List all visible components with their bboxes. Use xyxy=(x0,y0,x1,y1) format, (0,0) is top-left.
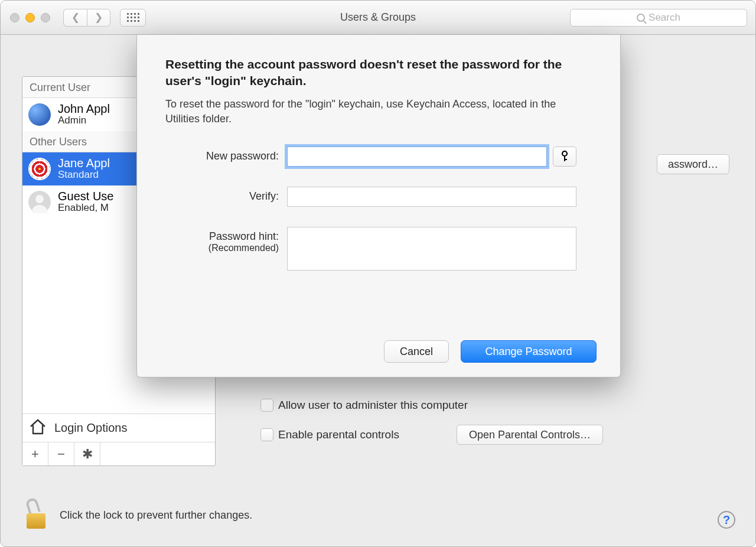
user-role: Enabled, M xyxy=(58,202,113,214)
search-icon xyxy=(637,14,645,22)
user-name: John Appl xyxy=(58,103,110,115)
open-parental-controls-button[interactable]: Open Parental Controls… xyxy=(457,425,603,445)
user-name: Guest Use xyxy=(58,190,113,202)
reset-password-button[interactable]: assword… xyxy=(657,154,729,174)
window-controls xyxy=(10,13,50,22)
checkbox-icon[interactable] xyxy=(260,428,273,441)
footer: Click the lock to prevent further change… xyxy=(25,502,252,529)
sheet-headline: Resetting the account password doesn't r… xyxy=(165,56,592,90)
user-name: Jane Appl xyxy=(58,157,110,169)
checkbox-icon[interactable] xyxy=(260,399,273,412)
minimize-window-icon[interactable] xyxy=(25,13,35,22)
lock-unlocked-icon[interactable] xyxy=(25,502,47,529)
close-window-icon[interactable] xyxy=(10,13,19,22)
allow-admin-label: Allow user to administer this computer xyxy=(278,399,468,412)
sheet-subtext: To reset the password for the "login" ke… xyxy=(165,97,592,126)
home-icon xyxy=(28,417,47,439)
back-button[interactable]: ❮ xyxy=(63,9,87,27)
lock-text: Click the lock to prevent further change… xyxy=(60,509,252,522)
sidebar-toolbar: + − ✱ xyxy=(22,442,215,465)
remove-user-button[interactable]: − xyxy=(48,442,74,466)
parental-label: Enable parental controls xyxy=(278,428,399,441)
new-password-input[interactable] xyxy=(287,146,547,167)
password-assistant-button[interactable] xyxy=(553,146,576,167)
svg-rect-2 xyxy=(564,159,567,160)
hint-label: Password hint: (Recommended) xyxy=(165,227,287,253)
login-options-label: Login Options xyxy=(54,421,127,435)
forward-button[interactable]: ❯ xyxy=(87,9,110,27)
login-options-row[interactable]: Login Options xyxy=(22,413,215,442)
user-role: Standard xyxy=(58,169,110,181)
svg-point-0 xyxy=(562,151,567,156)
hint-input[interactable] xyxy=(287,227,576,271)
parental-row[interactable]: Enable parental controls xyxy=(260,428,399,441)
gear-icon: ✱ xyxy=(82,447,93,462)
grid-icon xyxy=(127,13,139,22)
allow-admin-row[interactable]: Allow user to administer this computer xyxy=(260,399,468,412)
svg-rect-1 xyxy=(564,155,565,161)
user-role: Admin xyxy=(58,115,110,126)
help-button[interactable]: ? xyxy=(718,511,735,529)
add-user-button[interactable]: + xyxy=(22,442,48,466)
titlebar: ❮ ❯ Users & Groups Search xyxy=(1,1,755,35)
avatar-target-icon xyxy=(28,158,51,180)
hint-row: Password hint: (Recommended) xyxy=(165,227,592,271)
hint-label-text: Password hint: xyxy=(209,230,279,242)
hint-recommended: (Recommended) xyxy=(165,243,279,253)
verify-row: Verify: xyxy=(165,187,592,207)
zoom-window-icon[interactable] xyxy=(41,13,50,22)
search-placeholder: Search xyxy=(649,12,680,24)
new-password-row: New password: xyxy=(165,146,592,167)
sheet-buttons: Cancel Change Password xyxy=(384,340,597,363)
new-password-label: New password: xyxy=(165,146,287,162)
reset-password-sheet: Resetting the account password doesn't r… xyxy=(136,35,621,377)
avatar-guest-icon xyxy=(28,191,51,213)
verify-label: Verify: xyxy=(165,187,287,203)
help-icon: ? xyxy=(723,513,730,527)
prefs-window: ❮ ❯ Users & Groups Search Current User J… xyxy=(0,0,756,547)
search-field[interactable]: Search xyxy=(570,9,747,27)
cancel-button[interactable]: Cancel xyxy=(384,340,449,363)
verify-input[interactable] xyxy=(287,187,576,207)
change-password-button[interactable]: Change Password xyxy=(461,340,597,363)
show-all-button[interactable] xyxy=(120,9,146,27)
nav-buttons: ❮ ❯ xyxy=(63,9,110,27)
avatar-earth-icon xyxy=(28,103,51,126)
sidebar-actions-button[interactable]: ✱ xyxy=(74,442,100,466)
key-icon xyxy=(560,151,569,162)
